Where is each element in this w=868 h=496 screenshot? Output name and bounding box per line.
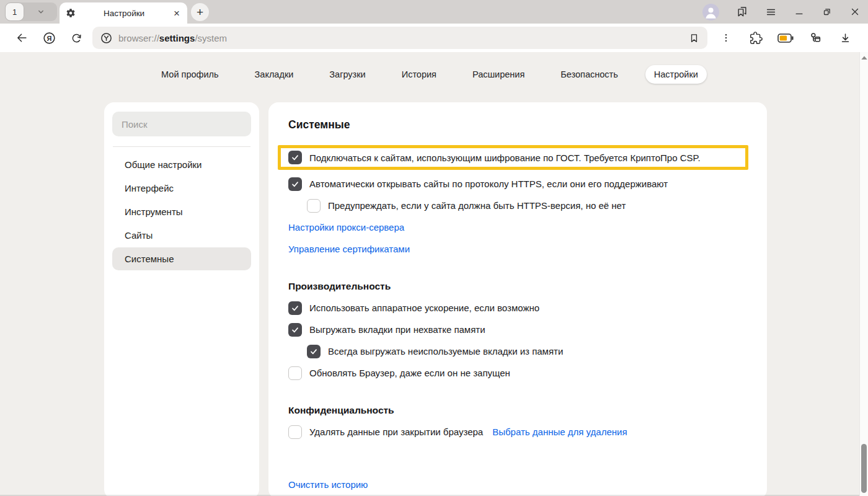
nav-tab-extensions[interactable]: Расширения: [464, 65, 533, 84]
checkbox-hw-accel[interactable]: [288, 301, 302, 315]
sidebar-item-general[interactable]: Общие настройки: [112, 153, 251, 176]
downloads-icon[interactable]: [830, 27, 860, 49]
sidebar-item-system[interactable]: Системные: [112, 247, 251, 270]
menu-icon[interactable]: [765, 6, 777, 18]
section-title-privacy: Конфиденциальность: [288, 405, 747, 416]
passwords-icon[interactable]: [800, 27, 830, 49]
tab-counter-button[interactable]: 1: [5, 2, 24, 21]
nav-tab-history[interactable]: История: [393, 65, 445, 84]
checkbox-https-warn[interactable]: [307, 199, 321, 213]
page-scrollbar[interactable]: [859, 52, 868, 496]
setting-row-delete-on-close: Удалять данные при закрытии браузера Выб…: [288, 421, 747, 443]
address-bar[interactable]: browser://settings/system: [92, 27, 707, 49]
divider: [113, 146, 250, 147]
setting-row-unload-tabs: Выгружать вкладки при нехватке памяти: [288, 319, 747, 340]
checkbox-unload-tabs[interactable]: [288, 323, 302, 337]
page-title: Системные: [288, 118, 747, 131]
certificates-link[interactable]: Управление сертификатами: [288, 244, 410, 254]
checkbox-label: Использовать аппаратное ускорение, если …: [309, 303, 539, 313]
extensions-icon[interactable]: [741, 27, 771, 49]
profile-avatar[interactable]: [702, 4, 719, 20]
checkbox-delete-on-close[interactable]: [288, 425, 302, 439]
setting-row-hw-accel: Использовать аппаратное ускорение, если …: [288, 297, 747, 319]
clear-history-link[interactable]: Очистить историю: [288, 479, 368, 490]
setting-row-background-update: Обновлять Браузер, даже если он не запущ…: [288, 362, 747, 384]
close-window-icon[interactable]: [849, 6, 861, 17]
nav-tab-settings[interactable]: Настройки: [645, 65, 707, 84]
yandex-logo-icon[interactable]: Я: [35, 27, 63, 49]
checkbox-label: Подключаться к сайтам, использующим шифр…: [309, 153, 701, 163]
section-title-performance: Производительность: [288, 281, 747, 292]
setting-row-https-auto: Автоматически открывать сайты по протоко…: [288, 173, 747, 195]
back-icon[interactable]: [8, 27, 35, 49]
kebab-menu-icon[interactable]: [711, 27, 741, 49]
svg-text:Я: Я: [46, 34, 51, 42]
minimize-icon[interactable]: [794, 6, 805, 17]
checkbox-https-auto[interactable]: [288, 177, 302, 191]
new-tab-button[interactable]: +: [191, 3, 209, 21]
chevron-down-icon[interactable]: [24, 7, 57, 17]
browser-toolbar: Я browser://settings/system: [0, 24, 868, 52]
checkbox-label: Удалять данные при закрытии браузера: [309, 427, 483, 437]
nav-tab-security[interactable]: Безопасность: [552, 65, 627, 84]
site-badge-icon: [100, 32, 113, 45]
tab-title: Настройки: [76, 9, 172, 18]
checkbox-gost[interactable]: [288, 151, 302, 164]
settings-page: Мой профиль Закладки Загрузки История Ра…: [0, 52, 859, 496]
gear-favicon-icon: [66, 8, 76, 18]
settings-content: Системные Подключаться к сайтам, использ…: [268, 102, 767, 496]
checkbox-label: Автоматически открывать сайты по протоко…: [309, 179, 668, 189]
setting-row-https-warn: Предупреждать, если у сайта должна быть …: [307, 195, 747, 216]
checkbox-background-update[interactable]: [288, 366, 302, 380]
checkbox-label: Предупреждать, если у сайта должна быть …: [328, 200, 626, 211]
choose-data-link[interactable]: Выбрать данные для удаления: [492, 427, 627, 437]
restore-window-icon[interactable]: [822, 6, 833, 17]
sidebar-item-interface[interactable]: Интерфейс: [112, 177, 251, 200]
settings-sidebar: Общие настройки Интерфейс Инструменты Са…: [104, 102, 259, 496]
tab-bar: 1 Настройки × +: [0, 0, 868, 24]
tab-group-control[interactable]: 1: [5, 2, 57, 21]
nav-tab-downloads[interactable]: Загрузки: [321, 65, 374, 84]
bookmark-icon[interactable]: [688, 32, 700, 44]
tab-close-icon[interactable]: ×: [172, 8, 181, 19]
battery-icon[interactable]: [771, 27, 800, 49]
search-input[interactable]: [112, 112, 251, 136]
browser-tab-settings[interactable]: Настройки ×: [60, 2, 187, 24]
reload-icon[interactable]: [63, 27, 90, 49]
nav-tab-bookmarks[interactable]: Закладки: [246, 65, 303, 84]
scroll-up-icon[interactable]: [861, 55, 868, 60]
checkbox-label: Всегда выгружать неиспользуемые вкладки …: [328, 346, 563, 356]
setting-row-always-unload: Всегда выгружать неиспользуемые вкладки …: [307, 340, 747, 362]
sidebar-item-tools[interactable]: Инструменты: [112, 200, 251, 223]
checkbox-always-unload[interactable]: [307, 345, 321, 358]
proxy-settings-link[interactable]: Настройки прокси-сервера: [288, 222, 404, 232]
url-text: browser://settings/system: [118, 33, 227, 43]
checkbox-label: Обновлять Браузер, даже если он не запущ…: [309, 368, 510, 378]
sidebar-item-sites[interactable]: Сайты: [112, 224, 251, 247]
panels-icon[interactable]: [736, 6, 748, 18]
scrollbar-thumb[interactable]: [861, 444, 867, 493]
settings-nav: Мой профиль Закладки Загрузки История Ра…: [0, 52, 859, 84]
checkbox-label: Выгружать вкладки при нехватке памяти: [309, 324, 485, 335]
setting-row-gost-highlighted: Подключаться к сайтам, использующим шифр…: [278, 145, 748, 170]
nav-tab-profile[interactable]: Мой профиль: [153, 65, 227, 84]
